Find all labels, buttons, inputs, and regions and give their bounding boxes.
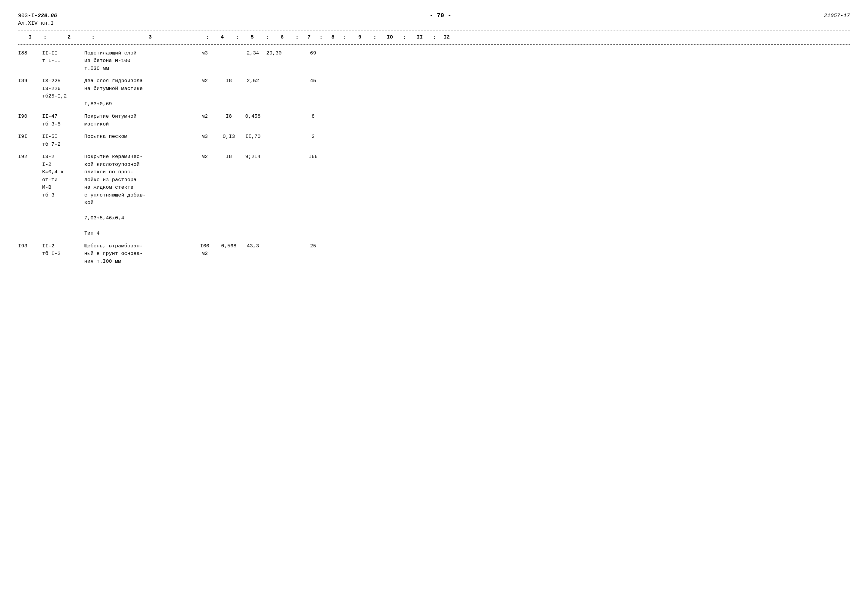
doc-ref: Ал.XIV кн.I xyxy=(18,20,850,26)
row-c7: 29,30 xyxy=(265,50,283,57)
row-c5: I8 xyxy=(217,153,241,161)
row-num: I93 xyxy=(18,242,42,250)
table-row: I9I II-5I тб 7-2 Посыпка песком м3 0,I3 … xyxy=(18,130,850,150)
table-row: I92 I3-2 I-2 K=0,4 к от-ти М-В тб 3 Покр… xyxy=(18,150,850,240)
row-num: I9I xyxy=(18,133,42,141)
row-c9: 25 xyxy=(301,242,325,250)
row-c9: I66 xyxy=(301,153,325,161)
row-c9: 45 xyxy=(301,77,325,85)
doc-number: 903-I- xyxy=(18,12,38,19)
row-unit: м2 xyxy=(193,77,217,85)
row-desc: Покрытие керамичес- кой кислотоупорной п… xyxy=(84,153,193,237)
col-header-10: IO xyxy=(378,33,402,41)
row-c5: I8 xyxy=(217,77,241,85)
row-desc: Посыпка песком xyxy=(84,133,193,141)
row-unit: I00 м2 xyxy=(193,242,217,258)
row-c5: 0,I3 xyxy=(217,133,241,141)
column-headers: I : 2 : 3 : 4 : 5 : 6 : 7 : 8 : 9 : IO :… xyxy=(18,32,850,43)
page-right: 21057-17 xyxy=(824,12,850,19)
col-header-2: 2 xyxy=(48,33,90,41)
row-num: I90 xyxy=(18,113,42,121)
doc-number-bold: 220.86 xyxy=(38,12,57,19)
header: 903-I-220.86 - 70 - 21057-17 Ал.XIV кн.I xyxy=(18,12,850,26)
col-header-3: 3 xyxy=(96,33,205,41)
row-num: I89 xyxy=(18,77,42,85)
row-unit: м3 xyxy=(193,50,217,57)
col-header-11: II xyxy=(408,33,432,41)
row-c9: 2 xyxy=(301,133,325,141)
row-c5: 0,568 xyxy=(217,242,241,250)
row-unit: м3 xyxy=(193,133,217,141)
row-c6: 0,458 xyxy=(241,113,265,121)
col-header-5: 5 xyxy=(240,33,264,41)
row-c6: 2,34 xyxy=(241,50,265,57)
col-header-8: 8 xyxy=(324,33,342,41)
row-c6: 2,52 xyxy=(241,77,265,85)
row-num: I92 xyxy=(18,153,42,161)
row-c9: 69 xyxy=(301,50,325,57)
data-table: I88 II-II т I-II Подотилающий слой из бе… xyxy=(18,47,850,268)
row-ref: II-47 тб 3-5 xyxy=(42,113,84,128)
row-unit: м2 xyxy=(193,153,217,161)
table-row: I93 II-2 тб I-2 Щебень, втрамбован- ный … xyxy=(18,240,850,268)
table-row: I88 II-II т I-II Подотилающий слой из бе… xyxy=(18,47,850,75)
row-c5: I8 xyxy=(217,113,241,121)
row-desc: Щебень, втрамбован- ный в грунт основа- … xyxy=(84,242,193,265)
col-header-6: 6 xyxy=(270,33,294,41)
row-ref: II-2 тб I-2 xyxy=(42,242,84,258)
row-ref: II-5I тб 7-2 xyxy=(42,133,84,148)
col-header-4: 4 xyxy=(210,33,234,41)
row-ref: II-II т I-II xyxy=(42,50,84,65)
col-header-1: I xyxy=(18,33,42,41)
row-desc: Два слоя гидроизола на битумной мастике … xyxy=(84,77,193,108)
row-c6: 43,3 xyxy=(241,242,265,250)
row-c9: 8 xyxy=(301,113,325,121)
row-ref: I3-2 I-2 K=0,4 к от-ти М-В тб 3 xyxy=(42,153,84,199)
top-divider xyxy=(18,30,850,30)
row-desc: Подотилающий слой из бетона М-100 т.I30 … xyxy=(84,50,193,73)
row-c6: 9;2I4 xyxy=(241,153,265,161)
row-num: I88 xyxy=(18,50,42,57)
table-row: I90 II-47 тб 3-5 Покрытие битумной масти… xyxy=(18,110,850,130)
bottom-divider xyxy=(18,44,850,45)
page-center: - 70 - xyxy=(429,12,451,19)
col-header-12: I2 xyxy=(437,33,456,41)
row-ref: I3-225 I3-226 тб25-I,2 xyxy=(42,77,84,100)
row-desc: Покрытие битумной мастикой xyxy=(84,113,193,128)
row-c6: II,70 xyxy=(241,133,265,141)
doc-number-left: 903-I-220.86 xyxy=(18,12,57,19)
col-header-7: 7 xyxy=(300,33,318,41)
row-unit: м2 xyxy=(193,113,217,121)
table-row: I89 I3-225 I3-226 тб25-I,2 Два слоя гидр… xyxy=(18,74,850,110)
col-header-9: 9 xyxy=(348,33,372,41)
